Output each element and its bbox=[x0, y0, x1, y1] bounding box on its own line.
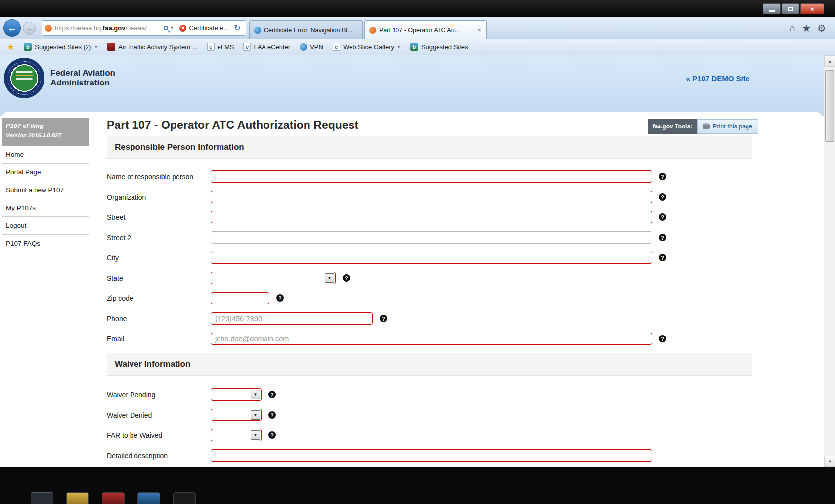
faa-logo[interactable] bbox=[4, 58, 44, 98]
street-input[interactable] bbox=[211, 211, 652, 223]
help-icon[interactable]: ? bbox=[276, 294, 284, 302]
back-button[interactable]: ← bbox=[3, 19, 21, 37]
taskbar-app-icon[interactable] bbox=[173, 492, 196, 504]
help-icon[interactable]: ? bbox=[380, 315, 387, 322]
favorites-bar: ★ b Suggested Sites (2) ▼ Air Traffic Ac… bbox=[0, 39, 835, 55]
page-content: Federal Aviation Administration « P107 D… bbox=[0, 55, 824, 467]
caret-down-icon: ▼ bbox=[254, 413, 258, 417]
waiver-pending-select[interactable]: ▼ bbox=[211, 388, 262, 401]
sidebar-item-p107-faqs[interactable]: P107 FAQs bbox=[2, 235, 89, 252]
city-input[interactable] bbox=[211, 252, 652, 264]
detailed-description-label: Detailed description bbox=[107, 452, 211, 460]
sidebar-item-my-p107s[interactable]: My P107s bbox=[2, 199, 89, 217]
scroll-up-button[interactable]: ▲ bbox=[824, 55, 835, 67]
vpn-icon bbox=[300, 43, 307, 51]
scroll-down-button[interactable]: ▼ bbox=[824, 456, 835, 467]
help-icon[interactable]: ? bbox=[268, 431, 276, 439]
refresh-button[interactable]: ↻ bbox=[232, 23, 243, 33]
help-icon[interactable]: ? bbox=[659, 193, 666, 201]
help-icon[interactable]: ? bbox=[659, 173, 666, 180]
minimize-button[interactable] bbox=[763, 3, 781, 14]
sidebar-item-logout[interactable]: Logout bbox=[2, 217, 89, 235]
far-waived-label: FAR to be Waived bbox=[107, 431, 211, 439]
favorite-suggested-sites[interactable]: b Suggested Sites bbox=[410, 43, 468, 51]
taskbar-app-icon[interactable] bbox=[102, 492, 125, 504]
browser-window: × ← → https://oeaaa.hq.faa.gov/oeaaa/ ▼ … bbox=[0, 0, 835, 504]
favorite-label: Web Slice Gallery bbox=[343, 43, 394, 51]
sidebar-item-submit-p107[interactable]: Submit a new P107 bbox=[2, 181, 89, 199]
help-icon[interactable]: ? bbox=[659, 213, 666, 221]
dropdown-button[interactable]: ▼ bbox=[251, 430, 260, 440]
print-page-button[interactable]: Print this page bbox=[697, 119, 758, 134]
waiver-denied-select[interactable]: ▼ bbox=[211, 409, 262, 421]
name-label: Name of responsible person bbox=[107, 173, 211, 181]
app-version: Version 2016.3.0.827 bbox=[6, 132, 85, 138]
favorite-faa-ecenter[interactable]: e FAA eCenter bbox=[243, 43, 290, 51]
maximize-button[interactable] bbox=[782, 3, 799, 14]
phone-input[interactable] bbox=[211, 312, 373, 325]
dropdown-button[interactable]: ▼ bbox=[325, 273, 334, 283]
taskbar-folder-icon[interactable] bbox=[66, 492, 89, 504]
scroll-up-icon: ▲ bbox=[828, 59, 832, 64]
favorites-icon[interactable]: ★ bbox=[802, 22, 811, 34]
email-label: Email bbox=[107, 335, 211, 343]
help-icon[interactable]: ? bbox=[659, 234, 666, 241]
favorite-vpn[interactable]: VPN bbox=[300, 43, 323, 51]
address-search[interactable]: ▼ bbox=[161, 26, 176, 30]
zip-input[interactable] bbox=[211, 292, 269, 304]
help-icon[interactable]: ? bbox=[659, 335, 666, 342]
favorites-star-icon[interactable]: ★ bbox=[7, 42, 14, 52]
scroll-down-icon: ▼ bbox=[828, 459, 832, 464]
favorite-elms[interactable]: e eLMS bbox=[207, 43, 234, 51]
home-icon[interactable]: ⌂ bbox=[790, 22, 795, 34]
sidebar-item-home[interactable]: Home bbox=[2, 146, 89, 164]
favorite-web-slice-gallery[interactable]: e Web Slice Gallery ▼ bbox=[333, 43, 401, 51]
scrollbar-thumb[interactable] bbox=[825, 70, 834, 142]
tab-favicon bbox=[369, 27, 376, 34]
far-waived-select[interactable]: ▼ bbox=[211, 429, 262, 441]
tab-close-icon[interactable]: × bbox=[476, 26, 482, 34]
phone-label: Phone bbox=[107, 315, 211, 323]
sidebar-item-portal-page[interactable]: Portal Page bbox=[2, 164, 89, 181]
forward-button[interactable]: → bbox=[23, 22, 36, 35]
webpage-icon: e bbox=[207, 43, 215, 51]
tab-part107[interactable]: Part 107 - Operator ATC Au... × bbox=[364, 20, 487, 39]
help-icon[interactable]: ? bbox=[343, 274, 350, 282]
state-select[interactable]: ▼ bbox=[211, 272, 336, 284]
help-icon[interactable]: ? bbox=[268, 411, 276, 419]
favorite-suggested-sites-2[interactable]: b Suggested Sites (2) ▼ bbox=[24, 43, 98, 51]
demo-site-link[interactable]: « P107 DEMO Site bbox=[686, 74, 749, 83]
caret-down-icon: ▼ bbox=[328, 276, 332, 280]
organization-input[interactable] bbox=[211, 191, 652, 203]
address-bar[interactable]: https://oeaaa.hq.faa.gov/oeaaa/ ▼ × Cert… bbox=[42, 20, 246, 36]
detailed-description-input[interactable] bbox=[211, 449, 652, 462]
vertical-scrollbar[interactable]: ▲ ▼ bbox=[824, 55, 835, 467]
form-section-waiver: Waiver Pending ▼ ? Waiver Denied ▼ ? bbox=[107, 376, 758, 462]
dropdown-button[interactable]: ▼ bbox=[251, 410, 260, 420]
page-title: Part 107 - Operator ATC Authorization Re… bbox=[107, 119, 358, 132]
help-icon[interactable]: ? bbox=[268, 391, 276, 398]
waiver-denied-label: Waiver Denied bbox=[107, 411, 211, 419]
search-icon bbox=[164, 26, 168, 30]
favorite-label: Suggested Sites (2) bbox=[35, 43, 91, 51]
dropdown-button[interactable]: ▼ bbox=[251, 390, 260, 399]
name-input[interactable] bbox=[211, 170, 652, 183]
close-button[interactable]: × bbox=[800, 3, 824, 14]
settings-gear-icon[interactable]: ⚙ bbox=[817, 22, 826, 34]
taskbar-app-icon[interactable] bbox=[31, 492, 53, 504]
help-icon[interactable]: ? bbox=[659, 254, 666, 261]
caret-down-icon[interactable]: ▼ bbox=[397, 45, 401, 49]
email-input[interactable] bbox=[211, 333, 652, 345]
tab-certificate-error[interactable]: Certificate Error: Navigation Bl... bbox=[249, 20, 363, 39]
taskbar-app-icon[interactable] bbox=[137, 492, 160, 504]
street2-input[interactable] bbox=[211, 231, 652, 244]
sidebar-menu: Home Portal Page Submit a new P107 My P1… bbox=[2, 146, 89, 252]
favorite-air-traffic[interactable]: Air Traffic Activity System ... bbox=[107, 43, 197, 51]
caret-down-icon[interactable]: ▼ bbox=[94, 45, 98, 49]
suggested-sites-icon: b bbox=[24, 43, 32, 51]
certificate-error-indicator[interactable]: × Certificate e... bbox=[176, 24, 231, 32]
tab-title: Part 107 - Operator ATC Au... bbox=[379, 27, 473, 34]
search-dropdown-icon[interactable]: ▼ bbox=[170, 26, 174, 30]
address-url[interactable]: https://oeaaa.hq.faa.gov/oeaaa/ bbox=[55, 24, 161, 32]
caret-down-icon: ▼ bbox=[254, 392, 258, 397]
